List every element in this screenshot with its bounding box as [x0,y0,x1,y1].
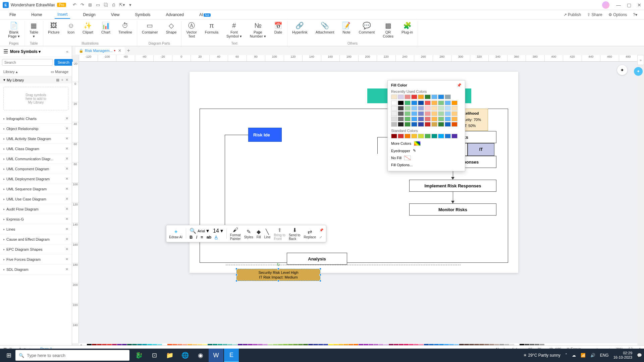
category-close-icon[interactable]: ✕ [65,267,68,272]
color-swatch[interactable] [425,122,431,127]
color-swatch[interactable] [398,101,404,105]
mini-toolbar-expand-icon[interactable]: ⤢ [319,235,323,239]
symbol-search-button[interactable]: Search [54,59,73,66]
category-item[interactable]: ▸Lines✕ [0,224,72,234]
italic-icon[interactable]: I [196,235,197,240]
replace-button[interactable]: ⇄Replace [304,229,316,239]
share-button[interactable]: ⇪ Share [587,12,602,17]
mini-toolbar-pin-icon[interactable]: 📌 [319,228,323,232]
color-swatch[interactable] [431,122,437,127]
color-swatch[interactable] [445,134,451,138]
pin-icon[interactable]: 📌 [457,83,462,87]
color-swatch[interactable] [411,95,417,99]
tray-onedrive-icon[interactable]: ☁ [572,353,576,358]
symbol-search-input[interactable] [2,59,53,66]
node-it[interactable]: IT [468,143,494,156]
export-icon[interactable]: ⇱▾ [119,2,125,7]
category-item[interactable]: ▸UML Deployment Diagram✕ [0,174,72,184]
color-swatch[interactable] [391,122,397,127]
category-item[interactable]: ▸UML Component Diagram✕ [0,164,72,174]
menu-insert[interactable]: Insert [55,11,70,19]
mylib-close-icon[interactable]: ✕ [65,78,68,82]
add-tab-button[interactable]: + [127,48,130,54]
color-swatch[interactable] [391,134,397,138]
category-item[interactable]: ▸Express-G✕ [0,214,72,224]
ribbon-attachment[interactable]: 📎Attachment [314,21,336,39]
rotate-handle-icon[interactable]: ↻ [277,262,280,268]
menu-view[interactable]: View [108,11,122,18]
task-edge-icon[interactable]: 🌐 [178,349,193,362]
color-swatch[interactable] [451,117,458,121]
mylib-grid-icon[interactable]: ▦ [56,78,59,82]
category-close-icon[interactable]: ✕ [65,187,68,191]
color-swatch[interactable] [418,122,424,127]
right-ai-button[interactable]: ✦ [634,67,643,76]
line-button[interactable]: ╲Line [264,229,271,239]
tray-notifications-icon[interactable]: 💬 [637,353,642,358]
color-swatch[interactable] [411,134,417,138]
color-swatch[interactable] [425,101,431,105]
font-size-dropdown-icon[interactable]: ▾ [220,228,223,234]
ribbon-chart[interactable]: 📊Chart [100,21,112,35]
menu-advanced[interactable]: Advanced [163,11,186,18]
category-item[interactable]: ▸Cause and Effect Diagram✕ [0,234,72,244]
color-swatch[interactable] [418,101,424,105]
ribbon-icon[interactable]: ☺Icon [66,21,76,35]
color-swatch[interactable] [405,106,411,111]
ribbon-plugin[interactable]: 🧩Plug-in [400,21,414,39]
category-item[interactable]: ▸Audit Flow Diagram✕ [0,204,72,214]
node-risk-identification[interactable]: Risk Ide [248,128,282,142]
color-swatch[interactable] [411,106,417,111]
ribbon-hyperlink[interactable]: 🔗Hyperlink [291,21,309,39]
library-toggle[interactable]: Library ▴ [3,70,18,74]
color-swatch[interactable] [431,101,437,105]
category-item[interactable]: ▸Infographic Charts✕ [0,114,72,124]
right-panel-collapse[interactable]: » [637,55,644,65]
category-item[interactable]: ▸UML Activity State Diagram✕ [0,134,72,144]
task-chrome-icon[interactable]: ◉ [193,349,208,362]
color-swatch[interactable] [418,95,424,99]
color-swatch[interactable] [438,134,444,138]
format-painter-button[interactable]: 🖌Format Painter [230,227,241,241]
close-button[interactable]: ✕ [637,2,641,8]
taskbar-search[interactable]: 🔍 Type here to search [15,350,129,361]
menu-ai[interactable]: AIhot [197,11,213,18]
color-swatch[interactable] [438,117,444,121]
category-close-icon[interactable]: ✕ [65,227,68,231]
fill-options[interactable]: Fill Options... [391,162,462,168]
color-swatch[interactable] [425,106,431,111]
send-back-button[interactable]: ⬇Send to Back [289,227,300,241]
color-swatch[interactable] [398,122,404,127]
bold-icon[interactable]: B [190,235,193,240]
font-size-select[interactable]: 14 [213,228,219,234]
color-swatch[interactable] [445,101,451,105]
category-close-icon[interactable]: ✕ [65,217,68,221]
color-swatch[interactable] [425,117,431,121]
edraw-ai-button[interactable]: ✦ Edraw AI [169,229,182,239]
task-taskview-icon[interactable]: ⊡ [147,349,162,362]
page[interactable]: ince Chart Risk Ide Risk Register Analys… [190,72,518,273]
color-swatch[interactable] [451,122,458,127]
open-icon[interactable]: ▭ [96,2,100,7]
task-explorer-icon[interactable]: 📁 [162,349,177,362]
category-close-icon[interactable]: ✕ [65,197,68,201]
no-fill-option[interactable]: No Fill [391,154,462,162]
tab-close-icon[interactable]: ✕ [118,48,121,53]
color-swatch[interactable] [405,111,411,116]
color-swatch[interactable] [398,106,404,111]
redo-icon[interactable]: ↷ [80,2,84,7]
tray-chevron-icon[interactable]: ˄ [565,353,567,358]
color-swatch[interactable] [398,111,404,116]
category-close-icon[interactable]: ✕ [65,136,68,141]
color-swatch[interactable] [431,111,437,116]
font-name-dropdown-icon[interactable]: ▾ [206,228,209,234]
color-swatch[interactable] [405,134,411,138]
font-name-select[interactable]: Arial [198,229,205,233]
tray-volume-icon[interactable]: 🔊 [590,353,595,358]
ribbon-comment[interactable]: 💬Comment [357,21,376,39]
drop-zone[interactable]: Drag symbols here to add to My Library [3,87,68,110]
canvas[interactable]: ✦ ince Chart Risk Ide Risk Register Anal… [79,62,637,343]
color-swatch[interactable] [425,134,431,138]
color-swatch[interactable] [445,117,451,121]
node-monitor[interactable]: Monitor Risks [409,203,496,216]
